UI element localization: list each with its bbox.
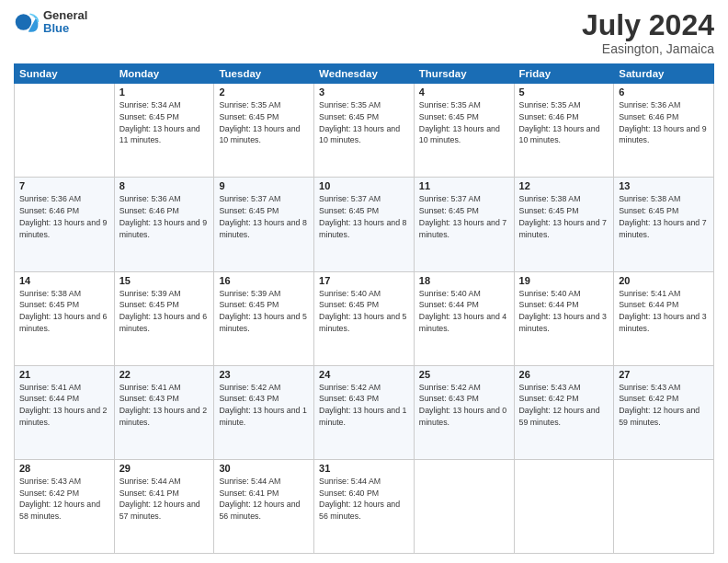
daylight-text: Daylight: 12 hours and 56 minutes. — [319, 499, 409, 523]
daylight-text: Daylight: 13 hours and 3 minutes. — [619, 311, 709, 335]
daylight-text: Daylight: 13 hours and 6 minutes. — [19, 311, 109, 335]
sunset-text: Sunset: 6:45 PM — [319, 205, 409, 217]
calendar-cell: 6Sunrise: 5:36 AMSunset: 6:46 PMDaylight… — [614, 84, 714, 178]
sunrise-text: Sunrise: 5:40 AM — [519, 288, 609, 300]
day-number: 12 — [519, 180, 609, 191]
calendar-cell: 24Sunrise: 5:42 AMSunset: 6:43 PMDayligh… — [314, 365, 415, 459]
calendar-cell: 31Sunrise: 5:44 AMSunset: 6:40 PMDayligh… — [314, 459, 415, 553]
calendar-cell: 13Sunrise: 5:38 AMSunset: 6:45 PMDayligh… — [614, 178, 714, 271]
day-info: Sunrise: 5:37 AMSunset: 6:45 PMDaylight:… — [419, 193, 509, 240]
weekday-header: Saturday — [614, 64, 714, 84]
day-number: 16 — [219, 275, 309, 286]
sunrise-text: Sunrise: 5:42 AM — [419, 382, 509, 394]
sunset-text: Sunset: 6:45 PM — [419, 205, 509, 217]
calendar-cell: 4Sunrise: 5:35 AMSunset: 6:45 PMDaylight… — [414, 84, 514, 178]
day-info: Sunrise: 5:38 AMSunset: 6:45 PMDaylight:… — [619, 193, 709, 240]
day-info: Sunrise: 5:36 AMSunset: 6:46 PMDaylight:… — [119, 193, 210, 240]
calendar-cell: 9Sunrise: 5:37 AMSunset: 6:45 PMDaylight… — [214, 178, 314, 271]
day-number: 5 — [519, 86, 609, 98]
daylight-text: Daylight: 12 hours and 59 minutes. — [619, 405, 709, 429]
sunset-text: Sunset: 6:45 PM — [619, 205, 709, 217]
calendar-cell — [414, 459, 514, 553]
day-info: Sunrise: 5:37 AMSunset: 6:45 PMDaylight:… — [219, 193, 309, 240]
month-title: July 2024 — [582, 9, 714, 41]
logo: General Blue — [14, 9, 87, 36]
day-number: 3 — [319, 86, 409, 98]
sunrise-text: Sunrise: 5:34 AM — [119, 99, 210, 111]
svg-point-0 — [16, 15, 32, 31]
sunrise-text: Sunrise: 5:44 AM — [219, 476, 309, 488]
day-info: Sunrise: 5:36 AMSunset: 6:46 PMDaylight:… — [619, 99, 709, 146]
sunset-text: Sunset: 6:43 PM — [119, 393, 210, 405]
sunset-text: Sunset: 6:41 PM — [119, 488, 210, 500]
sunrise-text: Sunrise: 5:35 AM — [519, 99, 609, 111]
header: General Blue July 2024 Easington, Jamaic… — [14, 9, 714, 56]
day-number: 1 — [119, 86, 210, 98]
day-number: 18 — [419, 275, 509, 286]
daylight-text: Daylight: 13 hours and 8 minutes. — [219, 217, 309, 241]
sunset-text: Sunset: 6:44 PM — [619, 299, 709, 311]
sunset-text: Sunset: 6:43 PM — [319, 393, 409, 405]
day-info: Sunrise: 5:43 AMSunset: 6:42 PMDaylight:… — [519, 382, 609, 429]
calendar-cell — [614, 459, 714, 553]
sunrise-text: Sunrise: 5:41 AM — [19, 382, 109, 394]
page: General Blue July 2024 Easington, Jamaic… — [0, 0, 728, 563]
sunset-text: Sunset: 6:45 PM — [219, 111, 309, 123]
day-info: Sunrise: 5:44 AMSunset: 6:41 PMDaylight:… — [119, 476, 210, 523]
day-info: Sunrise: 5:41 AMSunset: 6:44 PMDaylight:… — [619, 288, 709, 335]
day-number: 14 — [19, 275, 109, 286]
calendar-week-row: 21Sunrise: 5:41 AMSunset: 6:44 PMDayligh… — [15, 365, 714, 459]
sunrise-text: Sunrise: 5:35 AM — [219, 99, 309, 111]
calendar-header-row: SundayMondayTuesdayWednesdayThursdayFrid… — [15, 64, 714, 84]
sunset-text: Sunset: 6:45 PM — [119, 299, 210, 311]
calendar-cell: 21Sunrise: 5:41 AMSunset: 6:44 PMDayligh… — [15, 365, 115, 459]
day-info: Sunrise: 5:44 AMSunset: 6:41 PMDaylight:… — [219, 476, 309, 523]
day-number: 28 — [19, 463, 109, 474]
calendar-cell: 29Sunrise: 5:44 AMSunset: 6:41 PMDayligh… — [114, 459, 214, 553]
sunset-text: Sunset: 6:45 PM — [319, 299, 409, 311]
weekday-header: Wednesday — [314, 64, 415, 84]
day-info: Sunrise: 5:38 AMSunset: 6:45 PMDaylight:… — [519, 193, 609, 240]
calendar-cell: 17Sunrise: 5:40 AMSunset: 6:45 PMDayligh… — [314, 271, 415, 365]
sunrise-text: Sunrise: 5:38 AM — [619, 193, 709, 205]
daylight-text: Daylight: 13 hours and 6 minutes. — [119, 311, 210, 335]
calendar-week-row: 1Sunrise: 5:34 AMSunset: 6:45 PMDaylight… — [15, 84, 714, 178]
day-info: Sunrise: 5:43 AMSunset: 6:42 PMDaylight:… — [619, 382, 709, 429]
day-number: 10 — [319, 180, 409, 191]
day-info: Sunrise: 5:38 AMSunset: 6:45 PMDaylight:… — [19, 288, 109, 335]
sunrise-text: Sunrise: 5:38 AM — [19, 288, 109, 300]
calendar-cell: 7Sunrise: 5:36 AMSunset: 6:46 PMDaylight… — [15, 178, 115, 271]
daylight-text: Daylight: 13 hours and 9 minutes. — [19, 217, 109, 241]
location: Easington, Jamaica — [582, 41, 714, 56]
day-info: Sunrise: 5:41 AMSunset: 6:44 PMDaylight:… — [19, 382, 109, 429]
calendar-cell: 18Sunrise: 5:40 AMSunset: 6:44 PMDayligh… — [414, 271, 514, 365]
sunrise-text: Sunrise: 5:43 AM — [519, 382, 609, 394]
daylight-text: Daylight: 13 hours and 1 minute. — [319, 405, 409, 429]
sunrise-text: Sunrise: 5:43 AM — [619, 382, 709, 394]
sunset-text: Sunset: 6:42 PM — [519, 393, 609, 405]
day-info: Sunrise: 5:41 AMSunset: 6:43 PMDaylight:… — [119, 382, 210, 429]
day-number: 9 — [219, 180, 309, 191]
weekday-header: Tuesday — [214, 64, 314, 84]
daylight-text: Daylight: 13 hours and 7 minutes. — [519, 217, 609, 241]
sunrise-text: Sunrise: 5:37 AM — [319, 193, 409, 205]
calendar-cell: 1Sunrise: 5:34 AMSunset: 6:45 PMDaylight… — [114, 84, 214, 178]
day-number: 2 — [219, 86, 309, 98]
day-info: Sunrise: 5:42 AMSunset: 6:43 PMDaylight:… — [419, 382, 509, 429]
daylight-text: Daylight: 13 hours and 4 minutes. — [419, 311, 509, 335]
calendar-cell: 8Sunrise: 5:36 AMSunset: 6:46 PMDaylight… — [114, 178, 214, 271]
daylight-text: Daylight: 12 hours and 57 minutes. — [119, 499, 210, 523]
day-number: 26 — [519, 369, 609, 380]
calendar-cell: 27Sunrise: 5:43 AMSunset: 6:42 PMDayligh… — [614, 365, 714, 459]
day-info: Sunrise: 5:35 AMSunset: 6:45 PMDaylight:… — [319, 99, 409, 146]
sunrise-text: Sunrise: 5:35 AM — [419, 99, 509, 111]
daylight-text: Daylight: 13 hours and 8 minutes. — [319, 217, 409, 241]
calendar-cell — [514, 459, 614, 553]
day-info: Sunrise: 5:36 AMSunset: 6:46 PMDaylight:… — [19, 193, 109, 240]
day-number: 6 — [619, 86, 709, 98]
sunrise-text: Sunrise: 5:40 AM — [319, 288, 409, 300]
day-number: 23 — [219, 369, 309, 380]
day-number: 24 — [319, 369, 409, 380]
day-info: Sunrise: 5:42 AMSunset: 6:43 PMDaylight:… — [219, 382, 309, 429]
sunrise-text: Sunrise: 5:36 AM — [119, 193, 210, 205]
